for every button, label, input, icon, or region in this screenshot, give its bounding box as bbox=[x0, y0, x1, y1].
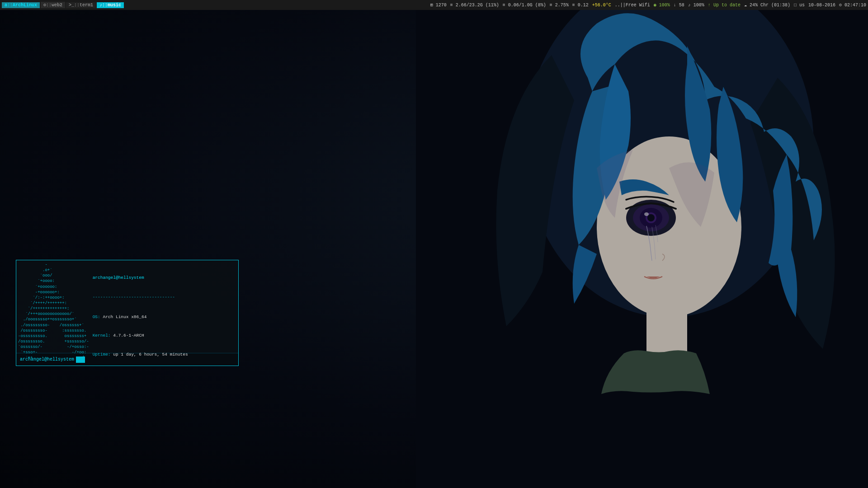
sysinfo-panel: archangel@hellsystem -------------------… bbox=[91, 262, 198, 351]
terminal-window: - .o+` `ooo/ `+oooo: `+oooooo: -+oooooo+… bbox=[16, 260, 239, 366]
wallpaper: - .o+` `ooo/ `+oooo: `+oooooo: -+oooooo+… bbox=[0, 10, 868, 488]
stat-load: ≡ 0.12 bbox=[572, 3, 589, 8]
workspace-web2[interactable]: ⊙::web2 bbox=[41, 2, 65, 8]
stat-cloud: ☁ 24% Chr (01:38) bbox=[744, 2, 790, 8]
workspace-term1[interactable]: >_::term1 bbox=[66, 2, 96, 8]
sysinfo-separator: -------------------------------- bbox=[93, 294, 198, 300]
svg-rect-10 bbox=[416, 10, 868, 488]
stat-wifi: ..||Free Wifi bbox=[615, 3, 650, 8]
workspace-archlinux[interactable]: a::ArchLinux bbox=[2, 2, 40, 8]
topbar-workspaces: a::ArchLinux ⊙::web2 >_::term1 ♪::music bbox=[2, 2, 124, 8]
sysinfo-os: OS: Arch Linux x86_64 bbox=[93, 314, 198, 320]
sysinfo-username: archangel@hellsystem bbox=[93, 275, 198, 281]
stat-battery: ◉ 100% bbox=[654, 2, 670, 8]
stat-volume: ♪ 100% bbox=[688, 3, 704, 8]
prompt-cursor bbox=[76, 357, 85, 363]
stat-temp: +56.0°C bbox=[592, 3, 611, 8]
prompt-username: archangel@hellsystem bbox=[20, 357, 74, 362]
topbar-stats: ⊞ 1270 ≡ 2.66/23.2G (11%) ≡ 0.06/1.0G (8… bbox=[430, 2, 866, 8]
anime-character bbox=[416, 10, 868, 488]
stat-windows: ⊞ 1270 bbox=[430, 2, 447, 8]
workspace-music[interactable]: ♪::music bbox=[97, 2, 124, 8]
ascii-art: - .o+` `ooo/ `+oooo: `+oooooo: -+oooooo+… bbox=[18, 262, 91, 351]
terminal-body: - .o+` `ooo/ `+oooo: `+oooooo: -+oooooo+… bbox=[16, 260, 238, 353]
stat-time: ⊙ 02:47:10 bbox=[839, 2, 866, 8]
stat-date: 10-08-2016 bbox=[808, 3, 835, 8]
stat-disk1: ≡ 2.66/23.2G (11%) bbox=[450, 3, 499, 8]
stat-download: ↓ 58 bbox=[674, 3, 684, 8]
topbar: a::ArchLinux ⊙::web2 >_::term1 ♪::music … bbox=[0, 0, 868, 10]
stat-update: ↑ Up to date bbox=[708, 3, 741, 8]
stat-cpu: ≡ 2.75% bbox=[550, 3, 569, 8]
sysinfo-uptime: Uptime: up 1 day, 6 hours, 54 minutes bbox=[93, 352, 198, 358]
stat-lang: □ us bbox=[794, 3, 805, 8]
stat-disk2: ≡ 0.06/1.0G (8%) bbox=[503, 3, 546, 8]
sysinfo-kernel: Kernel: 4.7.6-1-ARCH bbox=[93, 333, 198, 339]
